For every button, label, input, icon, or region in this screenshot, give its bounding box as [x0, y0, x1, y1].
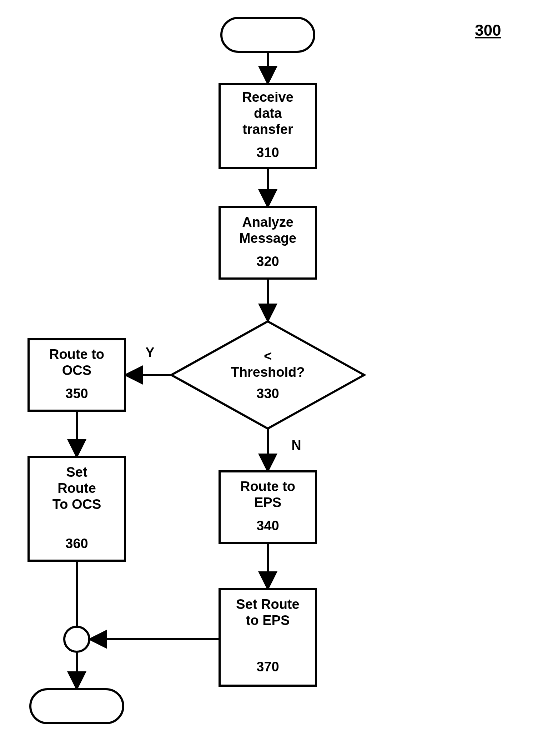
set-eps-l2: to EPS: [246, 613, 290, 628]
junction-node: [64, 627, 89, 652]
decision-num: 330: [256, 386, 279, 401]
end-terminator: [30, 689, 123, 723]
set-eps-num: 370: [256, 659, 279, 674]
route-eps-l2: EPS: [254, 495, 281, 510]
receive-l1: Receive: [242, 90, 293, 105]
receive-num: 310: [256, 145, 279, 160]
edge-yes-label: Y: [145, 345, 154, 360]
set-ocs-l1: Set: [66, 465, 87, 480]
set-eps-l1: Set Route: [236, 597, 299, 612]
analyze-num: 320: [256, 254, 279, 269]
analyze-l2: Message: [239, 231, 297, 246]
figure-label: 300: [475, 21, 501, 39]
decision-l1: <: [264, 349, 272, 364]
receive-l3: transfer: [242, 122, 293, 137]
flowchart: 300 Receive data transfer 310 Analyze Me…: [0, 0, 537, 756]
decision-l2: Threshold?: [231, 365, 305, 380]
route-eps-l1: Route to: [240, 479, 295, 494]
start-terminator: [221, 18, 314, 52]
route-eps-num: 340: [256, 518, 279, 533]
set-ocs-num: 360: [65, 536, 88, 551]
route-ocs-l1: Route to: [49, 347, 104, 362]
set-ocs-l3: To OCS: [52, 497, 101, 512]
analyze-l1: Analyze: [242, 215, 293, 230]
route-ocs-num: 350: [65, 386, 88, 401]
receive-l2: data: [254, 106, 282, 121]
edge-no-label: N: [291, 438, 301, 453]
route-ocs-l2: OCS: [62, 363, 91, 378]
set-ocs-l2: Route: [57, 481, 96, 496]
